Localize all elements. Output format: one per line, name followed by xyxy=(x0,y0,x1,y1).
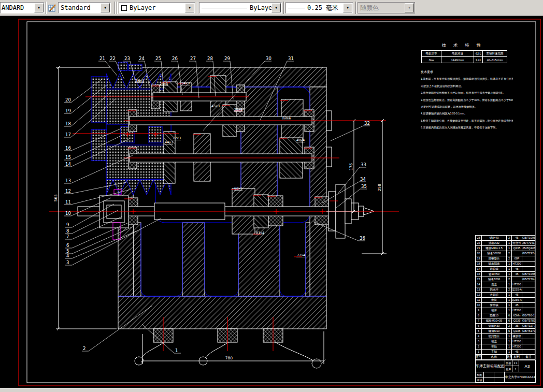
bom-cell: 14 xyxy=(476,282,482,287)
table-row: 15轴承62062GB/T276-1994 xyxy=(476,277,535,282)
plot-style-combo[interactable]: 随颜色 ▼ xyxy=(358,2,415,13)
bom-cell: 轴承端盖 xyxy=(482,262,507,267)
drawing-text: 24x3 xyxy=(160,82,168,86)
table-row: 14透盖1HT200 xyxy=(476,282,535,287)
table-row: 9箱体1HT200 xyxy=(476,308,535,313)
bom-cell: 8 xyxy=(476,313,482,318)
bom-cell: 销B8×30 xyxy=(482,324,507,329)
maker-name xyxy=(484,372,494,378)
title-block: 车床主轴箱装配图 比例 1:1 数量 1 A3 制图 审核 中北大学070201… xyxy=(475,360,536,383)
bom-cell: 20 xyxy=(476,251,482,256)
lineweight-value: 0.25 毫米 xyxy=(307,4,338,12)
bom-cell xyxy=(522,350,535,355)
dim-style-combo[interactable]: ANDARD ▼ xyxy=(0,2,45,13)
drawing-text: 16 xyxy=(65,146,71,151)
chevron-down-icon[interactable]: ▼ xyxy=(343,3,352,12)
bom-cell: JB/T7941.1 xyxy=(522,241,535,246)
chevron-down-icon[interactable]: ▼ xyxy=(185,3,194,12)
table-row: 4密封垫片1橡胶纸 xyxy=(476,334,535,339)
drawing-text: 10 xyxy=(65,211,71,216)
scale-value: 1:1 xyxy=(512,360,519,366)
table-row: 3箱盖1HT200 xyxy=(476,339,535,344)
drawing-text: 60x5 xyxy=(234,186,242,191)
bom-cell: 螺塞M16×1.5 xyxy=(482,246,507,251)
note-line: 5.检查主轴箱剖分面、各接触面及密封处，均不许漏油，剖分面允许涂以密封胶或水玻璃… xyxy=(421,118,513,124)
linetype-sample xyxy=(202,8,247,8)
bom-cell: 挡油环 xyxy=(482,287,507,293)
color-swatch xyxy=(121,5,127,11)
dimension-lines xyxy=(56,66,387,364)
drawing-text: 24 xyxy=(139,56,145,61)
notes-title: 技术要求 xyxy=(421,69,513,76)
bom-cell: 轴承6206 xyxy=(482,277,507,282)
text-style-combo[interactable]: Standard ▼ xyxy=(58,2,111,13)
drawing-text: 176 xyxy=(349,163,353,171)
leader-line xyxy=(313,222,359,241)
qty-value: 1 xyxy=(512,366,519,372)
bom-cell: 18 xyxy=(476,262,482,267)
drawing-text: 26 xyxy=(172,56,178,61)
cad-application-window: ANDARD ▼ Standard ▼ ByLayer ▼ xyxy=(0,0,543,392)
drawing-text: 20 xyxy=(65,97,71,103)
bom-cell: 1 xyxy=(507,293,512,298)
bom-cell: 45 xyxy=(512,350,522,355)
bom-cell xyxy=(512,277,522,282)
bom-cell xyxy=(522,308,535,313)
drawing-text: 565 xyxy=(53,194,58,202)
drawing-text: 21 xyxy=(99,56,105,61)
lineweight-combo[interactable]: 0.25 毫米 ▼ xyxy=(285,2,353,13)
bom-cell: 11 xyxy=(476,298,482,303)
bom-cell: Q235 xyxy=(512,329,522,334)
chevron-down-icon[interactable]: ▼ xyxy=(34,3,44,12)
leader-line xyxy=(230,61,233,99)
bom-cell: 45 xyxy=(512,303,522,308)
bom-cell: 螺栓M10×35 xyxy=(482,318,507,324)
toolbar-separator xyxy=(355,2,356,14)
note-line: 内壁涂上不被机油侵蚀的涂料两次。 xyxy=(421,83,513,90)
bom-cell: 3 xyxy=(476,339,482,344)
table-row: 6销B8×30235GB/T117-2000 xyxy=(476,324,535,329)
bom-cell: GB/T5782-2000 xyxy=(522,318,535,324)
linetype-combo[interactable]: ByLayer ▼ xyxy=(199,2,282,13)
text-style-manager-button[interactable] xyxy=(47,2,58,14)
toolbar-separator xyxy=(117,2,118,14)
bom-cell: 1 xyxy=(507,272,512,277)
dim-style-value: ANDARD xyxy=(2,4,24,11)
leader-line xyxy=(71,85,107,113)
bom-cell: 08F xyxy=(512,256,522,262)
drawing-text: 17 xyxy=(65,132,71,137)
chevron-down-icon[interactable]: ▼ xyxy=(272,3,281,12)
chevron-down-icon[interactable]: ▼ xyxy=(101,3,110,12)
bom-cell: 6 xyxy=(507,318,512,324)
drawing-text: 33 xyxy=(361,162,366,167)
toolbar-separator xyxy=(283,2,284,14)
bom-header-cell: 序号 xyxy=(476,355,482,360)
bom-cell: 21 xyxy=(476,246,482,251)
bom-cell: 6 xyxy=(476,324,482,329)
drawing-text: 2 xyxy=(83,346,85,351)
leader-line xyxy=(105,61,117,76)
bom-cell: JB/ZQ4450 xyxy=(522,246,535,251)
bom-cell: 2 xyxy=(507,256,512,262)
styles-properties-toolbar: ANDARD ▼ Standard ▼ ByLayer ▼ xyxy=(0,0,543,16)
table-row: 19调整垫片208F xyxy=(476,256,535,262)
bom-cell: 12 xyxy=(476,293,482,298)
bom-header-cell: 名称 xyxy=(482,355,507,360)
bom-cell: 1 xyxy=(507,262,512,267)
leader-line xyxy=(71,198,111,216)
bom-cell: 调整垫片 xyxy=(482,256,507,262)
leader-line xyxy=(71,155,133,183)
bom-cell: 65Mn xyxy=(512,313,522,318)
note-line: 1.装配前，所有零件均用煤油清洗，滚动轴承用汽油清洗，机体内不许有任何杂物存在。 xyxy=(421,76,513,82)
bearings xyxy=(125,85,332,226)
bom-cell: 主轴 xyxy=(482,350,507,355)
bom-cell: 密封垫片 xyxy=(482,334,507,339)
drawing-text: 28 xyxy=(207,56,213,61)
bom-cell: HT200 xyxy=(512,344,522,350)
color-combo[interactable]: ByLayer ▼ xyxy=(119,2,195,13)
drawing-text: 7 xyxy=(66,234,69,239)
lineweight-sample xyxy=(288,8,305,8)
bom-cell: 垫圈10 xyxy=(482,313,507,318)
plot-style-value: 随颜色 xyxy=(360,4,379,12)
bom-cell: 1 xyxy=(507,334,512,339)
